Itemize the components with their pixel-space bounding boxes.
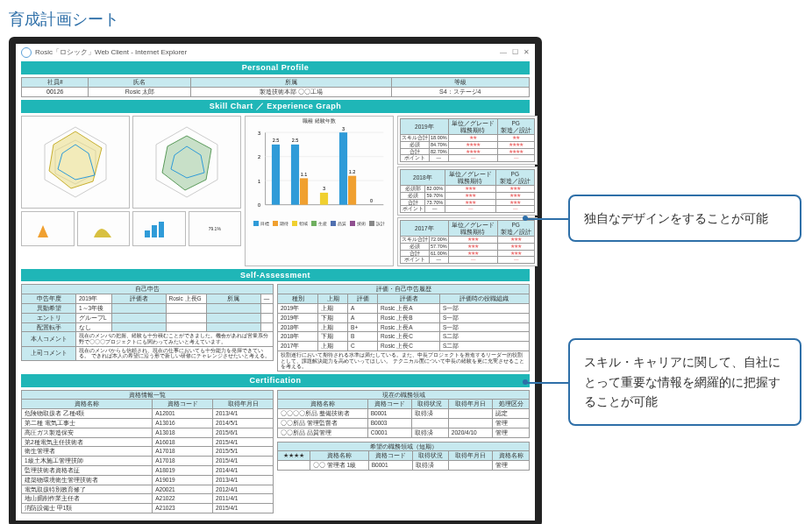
table-row: 第2種電気主任技術者A160182015/4/1 [22,437,274,447]
sa-left-row: 配置転手なし [22,322,274,332]
sa-right-header: 評価者 [378,294,440,304]
table-header: 資格名称 [278,400,368,409]
svg-rect-21 [291,145,299,205]
mini-chart-1 [21,211,75,246]
svg-text:2: 2 [258,154,260,159]
svg-rect-19 [272,145,280,205]
radar-chart-2 [132,116,241,209]
ie-icon [21,47,32,58]
table-header: 取得年月日 [449,451,493,461]
svg-text:3: 3 [342,126,345,131]
table-header: 取得年月日 [448,400,492,409]
svg-rect-25 [320,193,328,205]
table-header: 資格名称 [310,451,368,461]
table-row: 電気取扱特別教育修了A200212012/4/1 [22,485,274,494]
sa-right-note: 役割遂行において期待される水準は満たしている。また、中長プロジェクトを推進するリ… [278,351,530,372]
profile-name: Rosic 太郎 [89,87,191,96]
profile-head-id: 社員# [22,77,89,87]
profile-grade: S4：ステージ4 [391,87,529,96]
table-row: 衛生管理者A170182015/5/1 [22,447,274,457]
callout-skills: スキル・キャリアに関して、自社にとって重要な情報を網羅的に把握することが可能 [568,338,801,425]
section-certification: Certification [21,374,530,387]
browser-title: Rosic「ロシック」Web Client - Internet Explore… [35,48,187,57]
table-row: 高圧ガス製造保安A130182015/6/1 [22,428,274,437]
self-assessment-left: 自己申告 申告年度2019年評価者Rosic 上長G所属—異動希望1～3年後エン… [21,284,274,371]
sa-right-header: 評価 [348,294,378,304]
table-row: 〇〇 管理者 1級B0001取得済管理 [278,461,530,471]
table-header: 資格コード [153,400,213,409]
mini-chart-meter: 79.1% [189,211,242,246]
svg-text:2.5: 2.5 [292,138,299,143]
sa-right-header: 評価時の役職組織 [439,294,529,304]
stat-block: 2019年単位／グレード職務期待PG製造／設計スキル合計18.00%★★★★必須… [397,116,538,165]
stat-block: 2018年単位／グレード職務期待PG製造／設計必須部82.00%★★★★★★必須… [397,166,538,216]
svg-rect-23 [300,178,308,204]
cert-list: 資格情報一覧 資格名称資格コード取得年月日 危険物取扱者 乙種4類A120012… [21,390,274,513]
table-header: 取得状況 [411,400,448,409]
svg-text:0: 0 [370,198,373,203]
cert-wish: 希望の職務領域（短期） ★★★★資格名称資格コード取得状況取得年月日資格名称 〇… [277,442,530,471]
browser-titlebar: Rosic「ロシック」Web Client - Internet Explore… [21,47,530,58]
sa-right-row: 2019年上期ARosic 上長AS一部 [278,304,530,314]
table-header: 資格コード [368,451,412,461]
radar-chart-1 [21,116,130,209]
svg-text:1: 1 [258,179,260,184]
profile-head-dept: 所属 [191,77,391,87]
table-row: 建築物環境衛生管理技術者A190192013/4/1 [22,475,274,485]
close-button[interactable]: ✕ [524,48,530,57]
sa-left-row: エントリグループL [22,313,274,322]
svg-text:1.1: 1.1 [301,172,308,177]
svg-marker-5 [162,136,211,190]
table-row: 〇〇〇〇所品 整備技術者B0001取得済認定 [278,409,530,419]
sa-right-row: 2018年上期B+Rosic 上長AS一部 [278,322,530,332]
profile-head-grade: 等級 [391,77,529,87]
sa-left-row: 異動希望1～3年後 [22,304,274,314]
table-row: 地山掘削作業主任者A210222011/4/1 [22,494,274,504]
sa-right-title: 評価・自己申告履歴 [278,285,530,294]
profile-head-name: 氏名 [89,77,191,87]
svg-text:3: 3 [323,186,325,191]
cert-list-title: 資格情報一覧 [22,390,274,400]
table-row: 監理技術者資格者証A180192014/4/1 [22,466,274,476]
table-row: 消防設備士 甲1類A210232015/4/1 [22,504,274,513]
svg-rect-9 [159,222,164,237]
sa-comment-row: 上司コメント現在のメンバからも信頼され、現在の仕事においても十分能力を発揮できて… [22,346,274,360]
mini-chart-3 [132,211,186,246]
svg-text:0: 0 [258,202,260,208]
sa-left-row: 申告年度2019年評価者Rosic 上長G所属— [22,294,274,304]
sa-right-header: 上期 [318,294,348,304]
stat-summary-column: 2019年単位／グレード職務期待PG製造／設計スキル合計18.00%★★★★必須… [397,116,538,266]
bar-chart-title: 職種 経験年数 [247,118,391,124]
app-window: Rosic「ロシック」Web Client - Internet Explore… [9,37,542,524]
page-title: 育成計画シート [9,9,803,30]
table-row: 危険物取扱者 乙種4類A120012013/4/1 [22,409,274,419]
sa-right-row: 2017年上期CRosic 上長CS二部 [278,342,530,351]
callout-design: 独自なデザインをすることが可能 [568,195,801,242]
sa-right-row: 2019年下期ARosic 上長BS一部 [278,313,530,322]
table-header: 資格コード [367,400,411,409]
section-self-assessment: Self-Assessment [21,269,530,282]
section-skill-chart: Skill Chart ／ Experience Graph [21,100,530,113]
table-header: 取得年月日 [213,400,274,409]
table-header: 資格名称 [22,400,153,409]
profile-id: 00126 [22,87,89,96]
svg-text:2.5: 2.5 [273,138,280,143]
maximize-button[interactable]: ☐ [512,48,518,57]
svg-rect-29 [348,176,356,205]
minimize-button[interactable]: — [500,48,507,57]
table-header: 処理区分 [493,400,530,409]
cert-wish-title: 希望の職務領域（短期） [278,442,530,451]
section-personal-profile: Personal Profile [21,61,530,74]
profile-table: 社員# 氏名 所属 等級 00126 Rosic 太郎 製造技術本部 〇〇工場 … [21,77,530,97]
sa-right-header: 種別 [278,294,318,304]
profile-dept: 製造技術本部 〇〇工場 [191,87,391,96]
cert-current: 現在の職務領域 資格名称資格コード取得状況取得年月日処理区分 〇〇〇〇所品 整備… [277,390,530,438]
cert-cur-title: 現在の職務領域 [278,390,530,400]
mini-chart-2 [77,211,131,246]
table-header: ★★★★ [278,451,310,461]
sa-right-row: 2018年下期BRosic 上長CS二部 [278,332,530,342]
svg-rect-27 [339,132,347,204]
table-header: 資格名称 [493,451,530,461]
svg-rect-7 [145,230,150,237]
table-row: 〇〇所品 品質管理C0001取得済2020/4/10管理 [278,428,530,437]
